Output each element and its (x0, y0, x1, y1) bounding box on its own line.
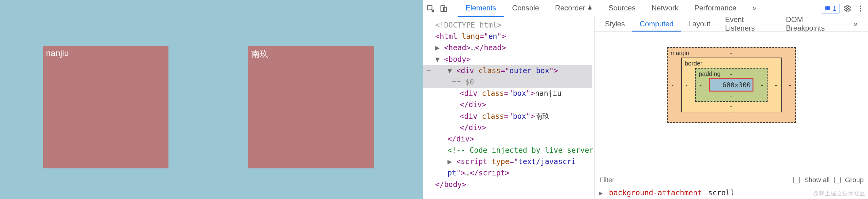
inspect-icon[interactable] (426, 3, 436, 14)
dom-node[interactable]: </div> (423, 133, 592, 145)
bm-label-border: border (685, 60, 703, 67)
dom-node[interactable]: pt">…</script> (423, 167, 592, 179)
computed-filter-row: Show all Group (594, 173, 868, 187)
bm-label-padding: padding (699, 70, 721, 77)
svg-point-4 (860, 5, 861, 7)
box-nanjiu: nanjiu (43, 46, 168, 168)
flask-icon (587, 4, 593, 12)
svg-point-5 (860, 8, 861, 9)
dom-node[interactable]: <html lang="en"> (423, 31, 592, 42)
dom-node[interactable]: <!DOCTYPE html> (423, 20, 592, 31)
box-nanjiu-cn: 南玖 (248, 46, 374, 168)
settings-icon[interactable] (842, 3, 853, 14)
box-model-diagram[interactable]: margin - - - - border - - - - (667, 47, 796, 123)
group-checkbox[interactable] (834, 177, 841, 184)
svg-point-6 (860, 10, 861, 11)
box-model-content[interactable]: 600×300 (709, 78, 753, 92)
side-tabs: Styles Computed Layout Event Listeners D… (594, 17, 868, 32)
tab-sources[interactable]: Sources (600, 0, 644, 17)
dom-node[interactable]: </body> (423, 179, 592, 191)
filter-input[interactable] (599, 176, 636, 184)
tab-styles[interactable]: Styles (597, 17, 632, 32)
tab-performance[interactable]: Performance (686, 0, 744, 17)
tab-layout[interactable]: Layout (681, 17, 718, 32)
box-model-margin[interactable]: margin - - - - border - - - - (667, 47, 796, 123)
css-property-name: background-attachment (609, 189, 702, 197)
issues-count: 1 (833, 5, 836, 12)
css-property-value: scroll (708, 189, 735, 197)
side-tabs-overflow[interactable]: » (846, 17, 865, 32)
expand-icon[interactable]: ▶ (599, 189, 603, 197)
dom-node[interactable]: </div> (423, 122, 592, 133)
tab-computed[interactable]: Computed (632, 17, 681, 32)
elements-side-pane: Styles Computed Layout Event Listeners D… (594, 17, 868, 199)
elements-dom-tree[interactable]: <!DOCTYPE html> <html lang="en"> ▶ <head… (423, 17, 594, 199)
dom-node[interactable]: <div class="box">南玖 (423, 111, 592, 122)
show-all-checkbox[interactable] (793, 177, 800, 184)
gutter-marker: ⋯ (423, 65, 434, 76)
svg-point-3 (846, 7, 849, 9)
svg-rect-1 (441, 5, 445, 12)
dom-comment[interactable]: <!-- Code injected by live server --> (423, 145, 592, 156)
devtools-toolbar: Elements Console Recorder Sources Networ… (423, 0, 868, 17)
dom-node[interactable]: ▼ <body> (423, 54, 592, 65)
box-model-padding[interactable]: padding - - - - 600×300 (695, 68, 768, 102)
tab-console[interactable]: Console (504, 0, 547, 17)
separator (453, 3, 453, 14)
tab-recorder[interactable]: Recorder (547, 0, 600, 17)
dom-node[interactable]: </div> (423, 99, 592, 110)
bm-label-margin: margin (671, 49, 689, 57)
box-label: nanjiu (46, 48, 69, 58)
box-model-border[interactable]: border - - - - padding - - - (681, 58, 782, 112)
dom-node[interactable]: ▶ <script type="text/javascri (423, 156, 592, 167)
device-toggle-icon[interactable] (438, 3, 449, 14)
tab-network[interactable]: Network (644, 0, 686, 17)
dom-selected-marker: == $0 (423, 76, 592, 88)
devtools-main-tabs: Elements Console Recorder Sources Networ… (458, 0, 765, 17)
tab-dom-breakpoints[interactable]: DOM Breakpoints (779, 17, 846, 32)
tab-event-listeners[interactable]: Event Listeners (718, 17, 779, 32)
dom-node[interactable]: <div class="box">nanjiu (423, 88, 592, 99)
rendered-page: nanjiu 南玖 (0, 0, 423, 199)
tab-label: Recorder (555, 4, 585, 12)
devtools-panel: Elements Console Recorder Sources Networ… (423, 0, 868, 199)
watermark: @稀土掘金技术社区 (813, 190, 866, 197)
tab-elements[interactable]: Elements (458, 0, 504, 17)
dom-node[interactable]: ▶ <head>…</head> (423, 42, 592, 54)
box-label: 南玖 (251, 49, 268, 59)
dom-node-selected[interactable]: ▼ <div class="outer_box"> (423, 65, 592, 76)
show-all-label: Show all (804, 176, 830, 184)
more-icon[interactable] (855, 3, 866, 14)
group-label: Group (845, 176, 864, 184)
issues-badge[interactable]: 1 (821, 4, 840, 13)
tabs-overflow[interactable]: » (744, 0, 764, 17)
